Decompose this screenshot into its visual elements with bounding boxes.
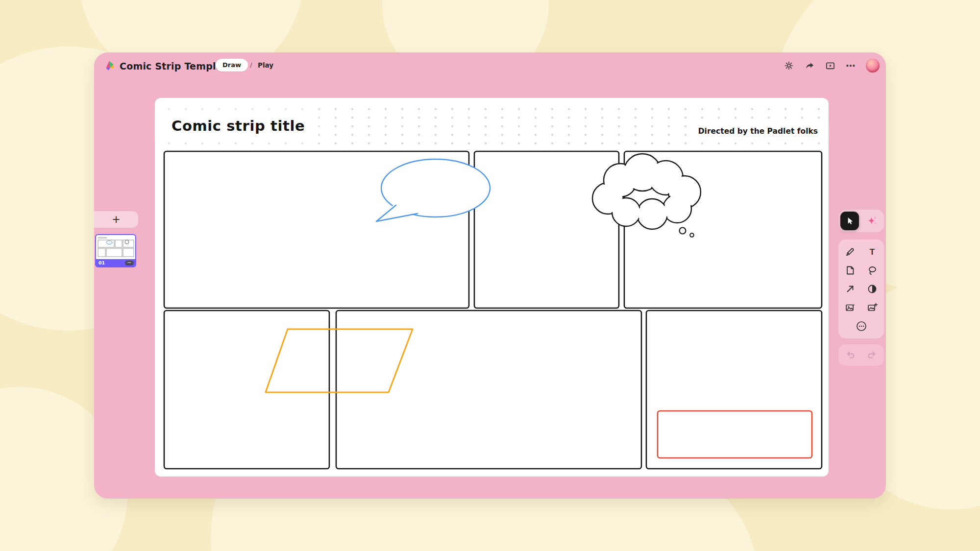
comic-panel-4[interactable] (164, 311, 329, 469)
redo-icon (866, 350, 877, 360)
page-thumbnail-bar: 01 ⋯ (96, 259, 135, 266)
page-number: 01 (98, 260, 125, 265)
note-tool-button[interactable] (841, 262, 859, 279)
settings-button[interactable] (781, 58, 797, 73)
pen-tool-button[interactable] (841, 243, 859, 260)
svg-text:T: T (870, 247, 875, 257)
padlet-logo-icon (104, 60, 116, 72)
media-tool-button[interactable] (841, 299, 859, 316)
media-icon (845, 302, 856, 313)
pen-icon (845, 246, 856, 257)
canvas-shapes-layer (155, 98, 829, 477)
drawing-canvas[interactable]: Comic strip title Directed by the Padlet… (155, 98, 829, 477)
magic-tool-button[interactable] (863, 212, 882, 230)
tab-separator: / (250, 61, 252, 69)
page-more-button[interactable]: ⋯ (125, 261, 134, 265)
share-icon (805, 61, 815, 71)
top-bar: Comic Strip Template Draw / Play ⋯ (94, 52, 886, 79)
redo-button[interactable] (864, 350, 879, 360)
present-icon (825, 61, 835, 71)
comic-panel-2[interactable] (474, 151, 619, 308)
history-panel (838, 344, 884, 366)
more-tools-icon (856, 320, 867, 332)
more-tools-button[interactable] (853, 318, 870, 335)
add-image-icon (867, 302, 878, 313)
comic-panel-5[interactable] (336, 311, 641, 469)
more-icon: ⋯ (846, 61, 856, 71)
comic-panel-6[interactable] (646, 311, 822, 469)
sparkle-icon (866, 215, 878, 227)
note-icon (845, 265, 856, 276)
select-tool-button[interactable] (840, 212, 859, 230)
avatar[interactable] (866, 59, 880, 72)
page-thumbnail-preview (96, 235, 135, 259)
page-thumbnail[interactable]: 01 ⋯ (95, 234, 136, 267)
shape-tool-button[interactable] (863, 281, 881, 297)
shape-icon (867, 284, 878, 294)
text-icon: T (867, 246, 878, 257)
cursor-icon (845, 216, 855, 226)
gear-icon (784, 61, 794, 71)
tools-panel: T (838, 240, 884, 338)
tab-play[interactable]: Play (258, 61, 273, 69)
present-button[interactable] (822, 58, 838, 73)
arrow-tool-button[interactable] (841, 281, 859, 297)
lasso-icon (867, 265, 878, 276)
share-button[interactable] (802, 58, 817, 73)
add-page-button[interactable]: + (94, 211, 138, 228)
text-tool-button[interactable]: T (863, 243, 881, 260)
app-window: Comic Strip Template Draw / Play ⋯ (94, 52, 886, 499)
lasso-tool-button[interactable] (863, 262, 881, 279)
undo-icon (845, 350, 856, 360)
add-image-tool-button[interactable] (863, 299, 881, 316)
tool-mode-panel (838, 210, 884, 232)
undo-button[interactable] (843, 350, 858, 360)
arrow-icon (845, 284, 856, 294)
tab-draw[interactable]: Draw (216, 59, 248, 72)
plus-icon: + (112, 214, 121, 225)
more-button[interactable]: ⋯ (843, 58, 858, 73)
